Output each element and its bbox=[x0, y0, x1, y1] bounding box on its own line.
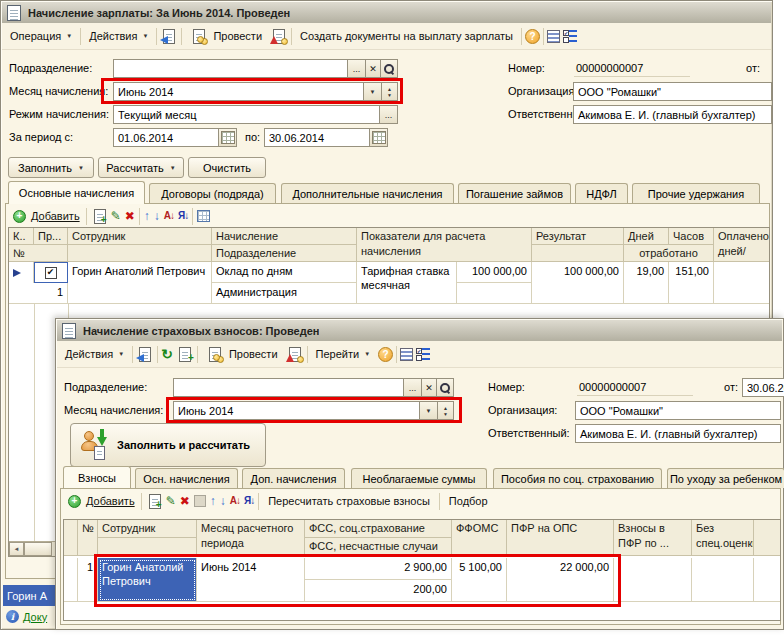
delete-row-icon[interactable]: ✖ bbox=[125, 210, 135, 222]
footer-selected-employee[interactable]: Горин А bbox=[3, 585, 63, 606]
no-special-cell[interactable] bbox=[692, 558, 754, 602]
post-button[interactable]: Провести bbox=[185, 26, 267, 46]
tab-other-deductions[interactable]: Прочие удержания bbox=[632, 183, 760, 204]
column-header-employee[interactable]: Сотрудник bbox=[68, 228, 212, 245]
copy-row-icon[interactable]: + bbox=[91, 208, 107, 225]
column-header-worked[interactable]: отработано bbox=[624, 245, 714, 262]
tab-additional-accruals[interactable]: Доп. начисления bbox=[242, 468, 345, 488]
column-header-days[interactable]: Дней bbox=[624, 228, 669, 245]
tab-main-accruals[interactable]: Основные начисления bbox=[8, 181, 145, 204]
help-icon[interactable]: ? bbox=[378, 347, 393, 362]
row-settings-icon[interactable] bbox=[547, 30, 560, 43]
tab-additional-accruals[interactable]: Дополнительные начисления bbox=[281, 183, 454, 204]
column-header-k[interactable]: К.. bbox=[9, 228, 34, 245]
responsible-input[interactable]: Акимова Е. И. (главный бухгалтер) bbox=[573, 105, 772, 124]
add-row-button[interactable]: +Добавить bbox=[66, 491, 137, 511]
new-document-icon[interactable]: + bbox=[176, 346, 194, 363]
create-payout-documents-button[interactable]: Создать документы на выплату зарплаты bbox=[295, 26, 518, 46]
calendar-icon[interactable] bbox=[369, 129, 387, 146]
tab-social-benefits[interactable]: Пособия по соц. страхованию bbox=[493, 468, 662, 488]
search-icon[interactable] bbox=[436, 379, 453, 396]
column-header-result[interactable]: Результат bbox=[532, 228, 624, 245]
sort-descending-icon[interactable]: Я↓ bbox=[244, 496, 254, 506]
move-down-icon[interactable]: ↓ bbox=[154, 210, 160, 222]
operation-menu-button[interactable]: Операция▼ bbox=[5, 26, 77, 46]
column-header-pfr-ops[interactable]: ПФР на ОПС bbox=[507, 520, 614, 556]
tab-main-accruals[interactable]: Осн. начисления bbox=[135, 468, 238, 488]
tab-nontaxable-amounts[interactable]: Необлагаемые суммы bbox=[351, 468, 487, 488]
column-header-indicators[interactable]: Показатели для расчета начисления bbox=[357, 228, 532, 262]
column-header-pr[interactable]: Пр... bbox=[34, 228, 68, 245]
unpost-document-icon[interactable] bbox=[270, 28, 288, 45]
move-down-icon[interactable]: ↓ bbox=[220, 495, 226, 507]
table-settings-icon[interactable] bbox=[197, 210, 210, 222]
column-header-number[interactable]: № bbox=[78, 520, 98, 556]
sort-ascending-icon[interactable]: А↓ bbox=[164, 211, 174, 221]
column-header-number[interactable]: № bbox=[9, 245, 68, 262]
refresh-icon[interactable]: ↻ bbox=[161, 347, 173, 361]
search-icon[interactable] bbox=[380, 60, 397, 77]
column-header-accrual[interactable]: Начисление bbox=[212, 228, 357, 245]
clear-icon[interactable]: ✕ bbox=[365, 60, 380, 77]
scroll-left-button[interactable]: ◄ bbox=[9, 542, 24, 556]
pfr-extra-cell[interactable] bbox=[614, 558, 692, 602]
clear-button[interactable]: Очистить bbox=[188, 157, 266, 178]
choose-button[interactable]: ... bbox=[379, 106, 397, 123]
edit-row-icon[interactable]: ✎ bbox=[166, 495, 176, 507]
unpost-document-icon[interactable] bbox=[286, 346, 304, 363]
column-header-pfr-extra[interactable]: Взносы в ПФР по ... bbox=[614, 520, 692, 556]
actions-menu-button[interactable]: Действия▼ bbox=[60, 344, 129, 364]
department-cell[interactable]: Администрация bbox=[212, 283, 357, 304]
goto-menu-button[interactable]: Перейти▼ bbox=[311, 344, 376, 364]
clear-icon[interactable]: ✕ bbox=[421, 379, 436, 396]
row-marker-cell[interactable] bbox=[9, 262, 34, 283]
pick-button[interactable]: Подбор bbox=[444, 491, 493, 511]
department-input[interactable]: ... ✕ bbox=[113, 59, 398, 78]
tab-loan-repayment[interactable]: Погашение займов bbox=[458, 183, 571, 204]
delete-row-icon[interactable]: ✖ bbox=[180, 495, 190, 507]
column-header-hours[interactable]: Часов bbox=[669, 228, 714, 245]
checkbox-checked-icon[interactable]: ✔ bbox=[45, 267, 57, 279]
tab-child-care[interactable]: По уходу за ребенком bbox=[667, 468, 784, 488]
department-input[interactable]: ... ✕ bbox=[173, 378, 454, 397]
help-icon[interactable]: ? bbox=[525, 29, 540, 44]
paid-cell[interactable] bbox=[714, 262, 770, 304]
window-payroll-titlebar[interactable]: Начисление зарплаты: За Июнь 2014. Прове… bbox=[2, 2, 771, 24]
column-header-month[interactable]: Месяц расчетного периода bbox=[197, 520, 305, 556]
accrual-cell[interactable]: Оклад по дням bbox=[212, 262, 357, 283]
choose-button[interactable]: ... bbox=[403, 379, 421, 396]
employee-cell[interactable]: Горин Анатолий Петрович bbox=[68, 262, 212, 304]
scroll-thumb[interactable] bbox=[24, 542, 52, 556]
tab-contracts[interactable]: Договоры (подряда) bbox=[149, 183, 276, 204]
document-link[interactable]: Доку bbox=[23, 611, 47, 623]
row-marker-cell[interactable] bbox=[64, 558, 78, 602]
list-settings-icon[interactable]: ✔ bbox=[416, 348, 430, 361]
window-contributions-titlebar[interactable]: Начисление страховых взносов: Проведен bbox=[57, 320, 782, 342]
move-up-icon[interactable]: ↑ bbox=[144, 210, 150, 222]
sort-descending-icon[interactable]: Я↓ bbox=[178, 211, 188, 221]
column-header-paid[interactable]: Оплачено дней/часов bbox=[714, 228, 770, 262]
result-cell[interactable]: 100 000,00 bbox=[532, 262, 624, 304]
column-header-ffoms[interactable]: ФФОМС bbox=[452, 520, 507, 556]
period-from-input[interactable]: 01.06.2014 bbox=[113, 128, 237, 147]
save-document-icon[interactable] bbox=[160, 28, 178, 45]
hours-cell[interactable]: 151,00 bbox=[669, 262, 714, 304]
document-date-input[interactable]: 30.06.2014 bbox=[742, 378, 784, 397]
indicator-value-cell-2[interactable] bbox=[457, 283, 532, 304]
indicator-cell[interactable]: Тарифная ставка месячная bbox=[357, 262, 457, 304]
choose-button[interactable]: ... bbox=[347, 60, 365, 77]
organization-input[interactable]: ООО "Ромашки" bbox=[573, 82, 772, 101]
organization-input[interactable]: ООО "Ромашки" bbox=[575, 401, 781, 420]
actions-menu-button[interactable]: Действия▼ bbox=[84, 26, 153, 46]
calendar-icon[interactable] bbox=[218, 129, 236, 146]
fill-and-calculate-button[interactable]: Заполнить и рассчитать bbox=[70, 423, 266, 467]
post-button[interactable]: Провести bbox=[201, 344, 283, 364]
period-to-input[interactable]: 30.06.2014 bbox=[264, 128, 388, 147]
tab-ndfl[interactable]: НДФЛ bbox=[575, 183, 628, 204]
sort-ascending-icon[interactable]: А↓ bbox=[230, 496, 240, 506]
column-header-employee[interactable]: Сотрудник bbox=[98, 520, 197, 538]
list-settings-icon[interactable]: ✔ bbox=[563, 30, 577, 43]
accrual-mode-input[interactable]: Текущий месяц ... bbox=[113, 105, 398, 124]
tab-contributions[interactable]: Взносы bbox=[63, 466, 131, 488]
add-row-button[interactable]: +Добавить bbox=[11, 206, 82, 226]
